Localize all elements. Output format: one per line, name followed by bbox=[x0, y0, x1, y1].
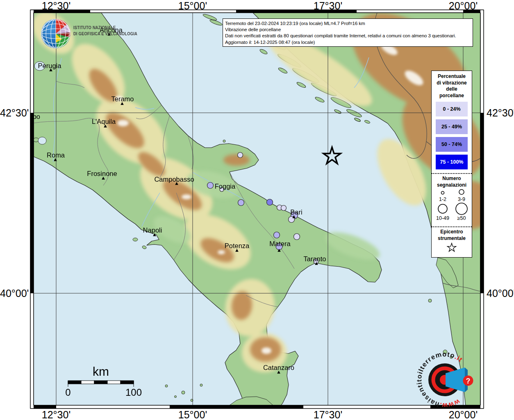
felt-report-circle bbox=[207, 183, 214, 189]
city-label: Matera bbox=[269, 240, 291, 247]
scale-bar-end: 100 bbox=[125, 387, 142, 398]
event-info-line: Aggiornato il: 14-12-2025 08:47 (ora loc… bbox=[225, 39, 471, 45]
scale-bar-title: km bbox=[93, 365, 109, 378]
legend-class-swatch: 50 - 74% bbox=[436, 137, 468, 152]
legend-separator: Epicentrostrumentale bbox=[432, 226, 472, 242]
legend-counts-title: segnalazioni bbox=[432, 182, 472, 189]
legend-panel: Percentualedi vibrazionedelleporcellane0… bbox=[431, 71, 472, 258]
count-circles: 1-23-910-49≥50 bbox=[432, 188, 471, 221]
event-info-line: Terremoto del 23-02-2024 10:23:19 (ora l… bbox=[225, 20, 471, 26]
count-circle bbox=[456, 203, 467, 215]
city-label: Perugia bbox=[38, 62, 62, 69]
legend-epicenter-title: strumentale bbox=[432, 235, 472, 242]
city-label: Napoli bbox=[143, 226, 162, 234]
shakemap-page: PerugiaAnconaTeramoL'AquilaViterboRomaFr… bbox=[0, 0, 514, 420]
city-label: Bari bbox=[290, 208, 302, 216]
legend-epicenter-symbol bbox=[432, 242, 472, 255]
event-info-line: Dati non verificati estratti da 80 quest… bbox=[225, 32, 471, 39]
count-label: 1-2 bbox=[439, 196, 446, 202]
legend-class-swatch: 75 - 100% bbox=[436, 155, 468, 169]
city-label: Viterbo bbox=[19, 113, 40, 120]
count-label: 3-9 bbox=[458, 196, 465, 202]
felt-report-circle bbox=[281, 205, 287, 211]
legend-class-swatch: 25 - 49% bbox=[436, 119, 468, 134]
legend-star-canvas bbox=[445, 242, 459, 253]
legend-class-swatch: 0 - 24% bbox=[436, 102, 468, 116]
city-label: Frosinone bbox=[87, 170, 117, 177]
legend-counts-title: Numero bbox=[432, 176, 472, 182]
legend-percent-title: di vibrazione bbox=[432, 80, 472, 87]
count-circle bbox=[459, 189, 464, 194]
felt-report-circle bbox=[238, 200, 244, 206]
city-label: Taranto bbox=[303, 255, 326, 262]
city-label: Catanzaro bbox=[263, 364, 294, 371]
city-label: Foggia bbox=[215, 183, 236, 190]
felt-report-circle bbox=[274, 232, 280, 238]
legend-epicenter-title: Epicentro bbox=[432, 229, 472, 235]
event-info-line: Vibrazione delle porcellane bbox=[225, 26, 471, 32]
city-label: L'Aquila bbox=[92, 118, 116, 125]
legend-separator: Numerosegnalazioni bbox=[432, 173, 472, 188]
city-label: Potenza bbox=[225, 242, 250, 249]
city-label: Roma bbox=[47, 151, 65, 159]
ingv-logo-globe bbox=[39, 18, 73, 50]
scale-bar-start: 0 bbox=[65, 387, 71, 398]
count-label: ≥50 bbox=[457, 215, 466, 221]
ingv-logo-line2: DI GEOFISICA E VULCANOLOGIA bbox=[73, 31, 137, 37]
legend-percent-title: Percentuale bbox=[432, 73, 472, 80]
felt-report-circle bbox=[238, 153, 243, 158]
city-label: Teramo bbox=[111, 95, 134, 103]
question-mark: ? bbox=[466, 377, 471, 385]
legend-count-symbols: 1-23-910-49≥50 bbox=[432, 188, 472, 223]
haisentitoilterremoto-logo: www.haisentitoilterremoto.it ? bbox=[410, 344, 484, 418]
count-circle bbox=[441, 192, 444, 194]
count-circle bbox=[438, 204, 447, 213]
event-info-box: Terremoto del 23-02-2024 10:23:19 (ora l… bbox=[223, 18, 473, 47]
city-label: Campobasso bbox=[154, 176, 194, 183]
felt-report-circle bbox=[267, 199, 273, 205]
legend-percent-title: porcellane bbox=[432, 93, 472, 99]
count-label: 10-49 bbox=[436, 215, 449, 221]
legend-percent-title: delle bbox=[432, 86, 472, 93]
ingv-logo-text: ISTITUTO NAZIONALE DI GEOFISICA E VULCAN… bbox=[73, 25, 137, 37]
ingv-logo-line1: ISTITUTO NAZIONALE bbox=[73, 25, 137, 31]
legend-epicenter-star bbox=[448, 243, 456, 251]
felt-report-circle bbox=[294, 234, 300, 240]
